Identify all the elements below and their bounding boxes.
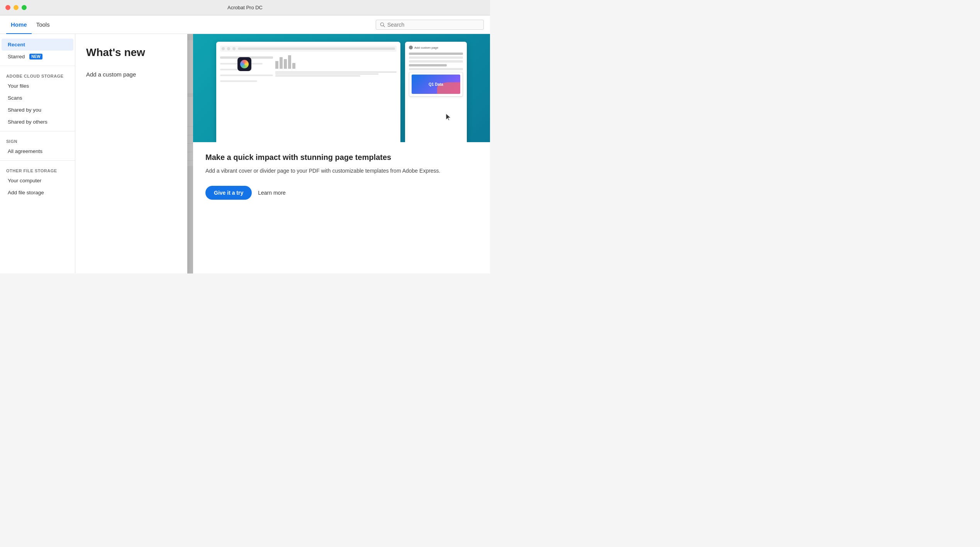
search-box[interactable]	[376, 20, 484, 30]
whats-new-panel: What's new Add a custom page	[75, 34, 187, 274]
window-title: Acrobat Pro DC	[227, 5, 263, 10]
titlebar: Acrobat Pro DC	[0, 0, 490, 15]
mockup-side-panel: Add custom page Q1 Data	[405, 42, 467, 142]
mockup-side-row-4	[409, 64, 447, 66]
close-button[interactable]	[5, 5, 10, 10]
give-it-a-try-button[interactable]: Give it a try	[205, 186, 252, 200]
mockup-main-panel	[216, 42, 400, 142]
window-controls	[5, 5, 27, 10]
sidebar-item-your-computer[interactable]: Your computer	[2, 175, 73, 187]
whats-new-item-1[interactable]: Add a custom page	[86, 68, 176, 81]
feature-image: Add custom page Q1 Data	[193, 34, 490, 142]
cursor-indicator	[445, 113, 451, 123]
minimize-button[interactable]	[14, 5, 19, 10]
sidebar-divider-1	[0, 66, 75, 66]
q1-card-text: Q1 Data	[429, 82, 443, 87]
sidebar: Recent Starred NEW ADOBE CLOUD STORAGE Y…	[0, 34, 75, 274]
sidebar-item-scans[interactable]: Scans	[2, 92, 73, 104]
sidebar-item-add-file-storage[interactable]: Add file storage	[2, 187, 73, 199]
sidebar-item-shared-by-you[interactable]: Shared by you	[2, 104, 73, 116]
mockup-side-row-5	[409, 68, 463, 70]
learn-more-button[interactable]: Learn more	[258, 190, 286, 196]
sidebar-divider-2	[0, 131, 75, 131]
mockup-side-header: Add custom page	[409, 46, 463, 49]
tab-home[interactable]: Home	[6, 15, 32, 34]
mockup-side-row-3	[409, 60, 463, 63]
sidebar-item-your-files[interactable]: Your files	[2, 80, 73, 92]
tab-tools[interactable]: Tools	[32, 15, 54, 34]
sidebar-item-starred[interactable]: Starred NEW	[2, 51, 73, 63]
cloud-storage-section-label: ADOBE CLOUD STORAGE	[0, 69, 75, 80]
sidebar-item-recent[interactable]: Recent	[2, 39, 73, 51]
feature-card: Add custom page Q1 Data	[193, 34, 490, 274]
whats-new-title: What's new	[86, 46, 176, 59]
maximize-button[interactable]	[22, 5, 27, 10]
search-icon	[380, 22, 385, 27]
mockup-logo	[237, 57, 251, 71]
navbar: Home Tools	[0, 15, 490, 34]
sidebar-item-shared-by-others[interactable]: Shared by others	[2, 116, 73, 128]
svg-line-1	[383, 25, 385, 27]
add-custom-label: Add custom page	[414, 46, 438, 49]
mockup-header	[220, 46, 397, 52]
feature-actions: Give it a try Learn more	[205, 186, 478, 200]
sidebar-divider-3	[0, 160, 75, 161]
feature-card-body: Make a quick impact with stunning page t…	[193, 142, 490, 274]
main-layout: Recent Starred NEW ADOBE CLOUD STORAGE Y…	[0, 34, 490, 274]
feature-title: Make a quick impact with stunning page t…	[205, 153, 478, 162]
feature-description: Add a vibrant cover or divider page to y…	[205, 166, 478, 175]
sign-section-label: SIGN	[0, 134, 75, 145]
mockup-side-row-1	[409, 53, 463, 55]
sidebar-item-all-agreements[interactable]: All agreements	[2, 145, 73, 157]
other-storage-section-label: OTHER FILE STORAGE	[0, 164, 75, 175]
search-input[interactable]	[387, 22, 480, 28]
mockup-container: Add custom page Q1 Data	[216, 42, 467, 142]
mockup-side-row-2	[409, 56, 463, 59]
q1-card-inner: Q1 Data	[412, 75, 460, 94]
q1-data-card: Q1 Data	[409, 72, 463, 97]
content-area: Recommended tools for you See All Tools …	[75, 34, 490, 274]
adobe-logo-ring	[240, 60, 249, 68]
starred-badge: NEW	[29, 54, 42, 59]
